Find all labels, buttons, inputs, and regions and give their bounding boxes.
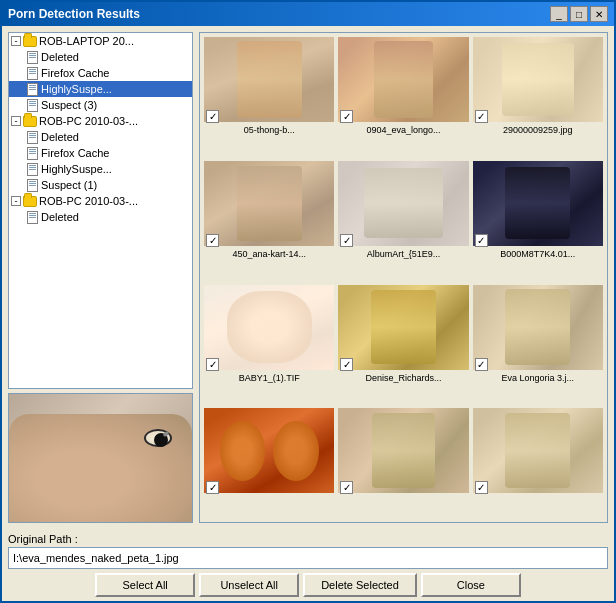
close-button[interactable]: Close	[421, 573, 521, 597]
image-cell-1[interactable]: 05-thong-b...	[204, 37, 334, 157]
tree-item-deleted3[interactable]: Deleted	[9, 209, 192, 225]
close-window-button[interactable]: ✕	[590, 6, 608, 22]
tree-item-highly2[interactable]: HighlySuspe...	[9, 161, 192, 177]
tree-label: ROB-LAPTOP 20...	[39, 35, 134, 47]
image-checkbox-3[interactable]	[475, 110, 488, 123]
left-panel: - ROB-LAPTOP 20... Deleted Firefox Cache…	[8, 32, 193, 523]
expand-icon[interactable]: -	[11, 116, 21, 126]
file-icon	[25, 178, 39, 192]
folder-icon	[23, 34, 37, 48]
image-cell-10[interactable]	[204, 408, 334, 518]
image-cell-9[interactable]: Eva Longoria 3.j...	[473, 285, 603, 405]
image-cell-5[interactable]: AlbumArt_{51E9...	[338, 161, 468, 281]
preview-container	[8, 393, 193, 523]
image-label-6: B000M8T7K4.01...	[500, 249, 575, 259]
image-cell-12[interactable]	[473, 408, 603, 518]
tree-item-firefox2[interactable]: Firefox Cache	[9, 145, 192, 161]
file-icon	[25, 66, 39, 80]
bottom-section: Original Path : Select All Unselect All …	[2, 529, 614, 601]
image-checkbox-10[interactable]	[206, 481, 219, 494]
main-content: - ROB-LAPTOP 20... Deleted Firefox Cache…	[2, 26, 614, 529]
tree-label: Deleted	[41, 51, 79, 63]
image-checkbox-4[interactable]	[206, 234, 219, 247]
path-input[interactable]	[8, 547, 608, 569]
expand-icon[interactable]: -	[11, 36, 21, 46]
tree-item-deleted1[interactable]: Deleted	[9, 49, 192, 65]
image-cell-6[interactable]: B000M8T7K4.01...	[473, 161, 603, 281]
image-label-3: 29000009259.jpg	[503, 125, 573, 135]
tree-label: Suspect (1)	[41, 179, 97, 191]
image-label-5: AlbumArt_{51E9...	[367, 249, 441, 259]
image-checkbox-8[interactable]	[340, 358, 353, 371]
tree-item-rob-pc2[interactable]: - ROB-PC 2010-03-...	[9, 193, 192, 209]
tree-label: HighlySuspe...	[41, 163, 112, 175]
file-icon	[25, 146, 39, 160]
path-label: Original Path :	[8, 533, 608, 545]
tree-label: ROB-PC 2010-03-...	[39, 115, 138, 127]
file-icon	[25, 82, 39, 96]
image-checkbox-9[interactable]	[475, 358, 488, 371]
title-bar: Porn Detection Results _ □ ✕	[2, 2, 614, 26]
window-title: Porn Detection Results	[8, 7, 140, 21]
image-grid[interactable]: 05-thong-b... 0904_eva_longo...	[200, 33, 607, 522]
select-all-button[interactable]: Select All	[95, 573, 195, 597]
tree-container[interactable]: - ROB-LAPTOP 20... Deleted Firefox Cache…	[8, 32, 193, 389]
image-checkbox-1[interactable]	[206, 110, 219, 123]
unselect-all-button[interactable]: Unselect All	[199, 573, 299, 597]
tree-item-firefox1[interactable]: Firefox Cache	[9, 65, 192, 81]
tree-item-rob-pc1[interactable]: - ROB-PC 2010-03-...	[9, 113, 192, 129]
image-checkbox-7[interactable]	[206, 358, 219, 371]
image-cell-8[interactable]: Denise_Richards...	[338, 285, 468, 405]
tree-label: Deleted	[41, 211, 79, 223]
file-icon	[25, 50, 39, 64]
tree-item-suspect2[interactable]: Suspect (1)	[9, 177, 192, 193]
image-cell-2[interactable]: 0904_eva_longo...	[338, 37, 468, 157]
title-bar-buttons: _ □ ✕	[550, 6, 608, 22]
maximize-button[interactable]: □	[570, 6, 588, 22]
main-window: Porn Detection Results _ □ ✕ - ROB-LAPTO…	[0, 0, 616, 603]
file-icon	[25, 130, 39, 144]
tree-item-highly1[interactable]: HighlySuspe...	[9, 81, 192, 97]
expand-icon[interactable]: -	[11, 196, 21, 206]
right-panel: 05-thong-b... 0904_eva_longo...	[199, 32, 608, 523]
image-checkbox-2[interactable]	[340, 110, 353, 123]
image-cell-3[interactable]: 29000009259.jpg	[473, 37, 603, 157]
image-label-2: 0904_eva_longo...	[366, 125, 440, 135]
image-cell-11[interactable]	[338, 408, 468, 518]
image-cell-4[interactable]: 450_ana-kart-14...	[204, 161, 334, 281]
image-checkbox-12[interactable]	[475, 481, 488, 494]
image-label-4: 450_ana-kart-14...	[232, 249, 306, 259]
folder-icon	[23, 114, 37, 128]
image-label-7: BABY1_(1).TIF	[239, 373, 300, 383]
tree-label: ROB-PC 2010-03-...	[39, 195, 138, 207]
preview-image	[9, 394, 192, 522]
minimize-button[interactable]: _	[550, 6, 568, 22]
image-checkbox-6[interactable]	[475, 234, 488, 247]
delete-selected-button[interactable]: Delete Selected	[303, 573, 417, 597]
tree-label: Suspect (3)	[41, 99, 97, 111]
image-cell-7[interactable]: BABY1_(1).TIF	[204, 285, 334, 405]
image-label-8: Denise_Richards...	[365, 373, 441, 383]
tree-label: Deleted	[41, 131, 79, 143]
tree-label: Firefox Cache	[41, 67, 109, 79]
image-label-1: 05-thong-b...	[244, 125, 295, 135]
tree-item-rob-laptop[interactable]: - ROB-LAPTOP 20...	[9, 33, 192, 49]
tree-item-suspect1[interactable]: Suspect (3)	[9, 97, 192, 113]
image-checkbox-11[interactable]	[340, 481, 353, 494]
image-label-9: Eva Longoria 3.j...	[502, 373, 575, 383]
image-checkbox-5[interactable]	[340, 234, 353, 247]
file-icon	[25, 162, 39, 176]
path-section: Original Path :	[8, 533, 608, 569]
file-icon	[25, 98, 39, 112]
tree-item-deleted2[interactable]: Deleted	[9, 129, 192, 145]
file-icon	[25, 210, 39, 224]
tree-label: Firefox Cache	[41, 147, 109, 159]
folder-icon	[23, 194, 37, 208]
button-row: Select All Unselect All Delete Selected …	[8, 573, 608, 597]
tree-label: HighlySuspe...	[41, 83, 112, 95]
